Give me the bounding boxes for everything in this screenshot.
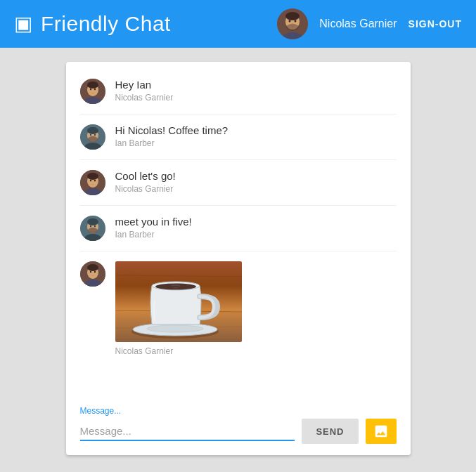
- message-text: Hey Ian: [115, 79, 397, 91]
- message-text: meet you in five!: [115, 216, 397, 228]
- message-avatar: [80, 216, 105, 241]
- message-item: Hi Nicolas! Coffee time? Ian Barber: [80, 114, 397, 160]
- svg-point-17: [89, 134, 91, 136]
- svg-point-38: [94, 271, 95, 273]
- message-content: meet you in five! Ian Barber: [115, 216, 397, 240]
- message-content: Nicolas Garnier: [115, 261, 397, 356]
- message-text: Hi Nicolas! Coffee time?: [115, 124, 397, 136]
- message-image: [115, 261, 397, 342]
- header-brand: ▣ Friendly Chat: [14, 12, 171, 36]
- sign-out-button[interactable]: SIGN-OUT: [409, 18, 462, 29]
- svg-point-47: [147, 325, 203, 332]
- svg-point-18: [94, 134, 95, 136]
- avatar: [277, 8, 308, 39]
- svg-point-16: [87, 127, 98, 134]
- svg-point-37: [89, 271, 91, 273]
- message-item: Hey Ian Nicolas Garnier: [80, 69, 397, 114]
- message-sender: Ian Barber: [115, 138, 397, 148]
- app-header: ▣ Friendly Chat: [0, 0, 476, 48]
- svg-point-11: [89, 88, 91, 91]
- input-row: SEND: [80, 419, 397, 444]
- message-input[interactable]: [80, 422, 295, 441]
- svg-point-23: [87, 173, 98, 180]
- svg-point-32: [88, 228, 98, 233]
- message-input-area: Message... SEND: [66, 398, 411, 455]
- message-item: Nicolas Garnier: [80, 251, 397, 366]
- svg-point-3: [289, 20, 291, 22]
- image-icon: [373, 424, 389, 439]
- message-avatar: [80, 261, 105, 287]
- svg-point-31: [94, 225, 95, 228]
- message-text: Cool let's go!: [115, 170, 397, 182]
- message-input-label: Message...: [80, 406, 397, 416]
- chat-window: Hey Ian Nicolas Garnier Hi Nicolas! Coff…: [66, 62, 411, 455]
- svg-point-2: [285, 12, 300, 20]
- message-avatar: [80, 79, 105, 104]
- message-content: Hey Ian Nicolas Garnier: [115, 79, 397, 103]
- message-content: Hi Nicolas! Coffee time? Ian Barber: [115, 124, 397, 148]
- message-sender: Nicolas Garnier: [115, 346, 397, 356]
- svg-point-12: [94, 88, 95, 91]
- svg-point-5: [292, 22, 294, 24]
- message-avatar: [80, 124, 105, 150]
- chat-icon: ▣: [14, 14, 32, 34]
- svg-point-36: [87, 264, 98, 271]
- header-user-area: Nicolas Garnier SIGN-OUT: [277, 8, 462, 39]
- message-item: meet you in five! Ian Barber: [80, 206, 397, 251]
- svg-point-6: [286, 24, 299, 31]
- svg-point-4: [295, 20, 297, 22]
- svg-point-19: [88, 136, 98, 142]
- message-sender: Ian Barber: [115, 230, 397, 240]
- message-sender: Nicolas Garnier: [115, 184, 397, 194]
- message-avatar: [80, 170, 105, 195]
- messages-list: Hey Ian Nicolas Garnier Hi Nicolas! Coff…: [66, 62, 411, 398]
- message-item: Cool let's go! Nicolas Garnier: [80, 160, 397, 206]
- send-button[interactable]: SEND: [302, 419, 358, 444]
- svg-point-30: [89, 225, 91, 228]
- image-upload-button[interactable]: [366, 419, 397, 444]
- svg-point-24: [89, 180, 91, 182]
- svg-point-25: [94, 180, 95, 182]
- user-name-label: Nicolas Garnier: [319, 18, 397, 30]
- svg-point-49: [155, 284, 196, 290]
- svg-point-29: [87, 218, 98, 225]
- message-sender: Nicolas Garnier: [115, 93, 397, 103]
- app-title: Friendly Chat: [41, 12, 171, 36]
- message-content: Cool let's go! Nicolas Garnier: [115, 170, 397, 194]
- svg-point-10: [87, 81, 98, 88]
